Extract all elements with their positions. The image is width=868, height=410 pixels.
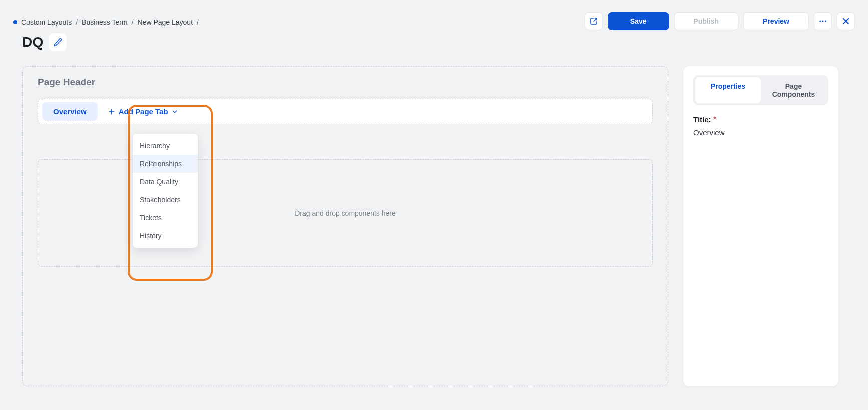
menu-item-tickets[interactable]: Tickets xyxy=(133,209,198,227)
dropzone-hint: Drag and drop components here xyxy=(295,209,396,217)
chevron-down-icon xyxy=(171,108,178,115)
breadcrumb-sep: / xyxy=(197,18,199,26)
plus-icon xyxy=(108,108,116,116)
tab-properties[interactable]: Properties xyxy=(695,77,761,103)
breadcrumb-link[interactable]: Custom Layouts xyxy=(21,18,72,26)
breadcrumb-dot-icon xyxy=(13,20,17,24)
title-field-value[interactable]: Overview xyxy=(693,128,828,137)
add-page-tab-label: Add Page Tab xyxy=(119,107,168,116)
page-title: DQ xyxy=(22,34,44,50)
menu-item-relationships[interactable]: Relationships xyxy=(133,155,198,173)
tab-overview[interactable]: Overview xyxy=(42,102,98,121)
close-icon xyxy=(841,17,850,26)
menu-item-hierarchy[interactable]: Hierarchy xyxy=(133,137,198,155)
breadcrumb-link[interactable]: New Page Layout xyxy=(138,18,193,26)
tab-page-components[interactable]: Page Components xyxy=(761,77,826,103)
menu-item-data-quality[interactable]: Data Quality xyxy=(133,173,198,191)
page-header-section-label: Page Header xyxy=(38,77,653,88)
menu-item-stakeholders[interactable]: Stakeholders xyxy=(133,191,198,209)
close-button[interactable] xyxy=(837,12,855,30)
component-dropzone[interactable]: Drag and drop components here xyxy=(38,159,653,267)
breadcrumb-sep: / xyxy=(76,18,78,26)
more-button[interactable] xyxy=(814,12,832,30)
open-external-icon xyxy=(589,17,598,26)
panel-tabs: Properties Page Components xyxy=(693,75,828,105)
more-horizontal-icon xyxy=(818,17,827,26)
svg-point-0 xyxy=(819,21,821,22)
publish-button: Publish xyxy=(674,12,739,30)
layout-canvas: Page Header Overview Add Page Tab Hierar… xyxy=(22,66,668,386)
external-link-button[interactable] xyxy=(585,12,603,30)
add-page-tab-button[interactable]: Add Page Tab xyxy=(102,102,184,121)
svg-point-1 xyxy=(822,21,824,22)
edit-title-button[interactable] xyxy=(49,33,67,51)
required-indicator: * xyxy=(713,115,716,124)
menu-item-history[interactable]: History xyxy=(133,227,198,245)
breadcrumb-link[interactable]: Business Term xyxy=(82,18,128,26)
pencil-icon xyxy=(53,38,62,47)
action-bar: Save Publish Preview xyxy=(585,12,855,30)
add-page-tab-menu: Hierarchy Relationships Data Quality Sta… xyxy=(133,134,198,248)
save-button[interactable]: Save xyxy=(608,12,669,30)
preview-button[interactable]: Preview xyxy=(743,12,809,30)
breadcrumb-sep: / xyxy=(132,18,134,26)
title-field-label: Title: xyxy=(693,115,711,124)
breadcrumb: Custom Layouts / Business Term / New Pag… xyxy=(13,18,199,26)
page-tab-strip: Overview Add Page Tab xyxy=(38,99,653,124)
svg-point-2 xyxy=(825,21,826,22)
side-panel: Properties Page Components Title: * Over… xyxy=(683,66,838,386)
